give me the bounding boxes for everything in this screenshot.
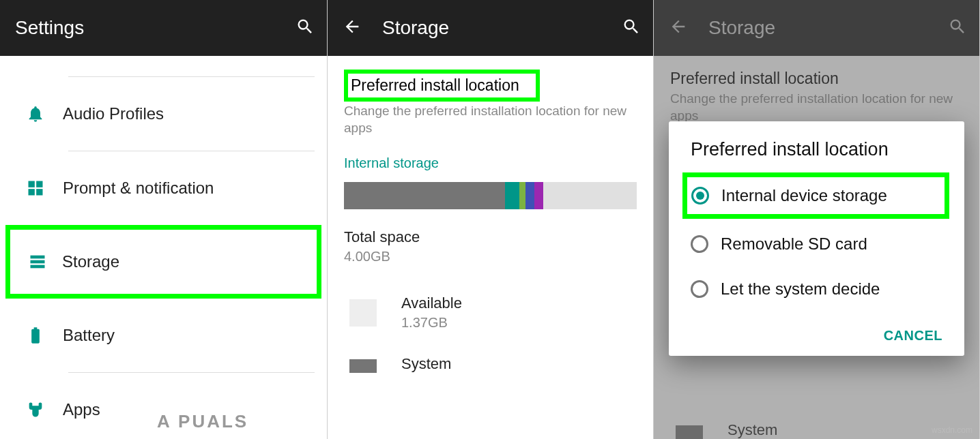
bell-icon: [15, 104, 56, 123]
radio-icon: [691, 280, 708, 298]
total-space-label: Total space: [344, 228, 637, 246]
back-icon[interactable]: [343, 17, 362, 39]
list-item-label: Battery: [63, 326, 115, 345]
storage-pane: Storage Preferred install location Chang…: [328, 0, 654, 439]
highlight-storage: Storage: [5, 225, 321, 299]
highlight-preferred-install: Preferred install location: [344, 70, 540, 102]
preferred-install-subtitle: Change the preferred installation locati…: [344, 103, 637, 136]
settings-list: Audio Profiles Prompt & notification Sto…: [0, 56, 327, 439]
radio-removable-sd-card[interactable]: Removable SD card: [691, 222, 949, 267]
bar-seg-green: [519, 182, 525, 209]
bar-seg-purple: [534, 182, 543, 209]
storage-icon: [20, 252, 55, 271]
list-item-prompt-notification[interactable]: Prompt & notification: [0, 151, 327, 225]
battery-icon: [15, 326, 56, 345]
radio-label: Removable SD card: [721, 234, 867, 254]
apps-icon: [15, 400, 56, 419]
list-item-label: Storage: [62, 252, 119, 271]
dialog-actions: CANCEL: [691, 312, 949, 344]
system-swatch: [349, 359, 377, 373]
list-item-label: Apps: [63, 400, 100, 419]
list-item-battery[interactable]: Battery: [0, 299, 327, 372]
radio-icon: [691, 187, 709, 205]
total-space-row[interactable]: Total space 4.00GB: [344, 228, 637, 264]
list-item-audio-profiles[interactable]: Audio Profiles: [0, 77, 327, 151]
svg-rect-2: [29, 189, 35, 195]
appbar-settings: Settings: [0, 0, 327, 56]
page-title-storage: Storage: [382, 17, 622, 39]
radio-label: Let the system decide: [721, 279, 880, 299]
preferred-install-dialog: Preferred install location Internal devi…: [669, 121, 964, 356]
available-swatch: [349, 299, 377, 327]
svg-rect-1: [36, 181, 42, 187]
preferred-install-title[interactable]: Preferred install location: [351, 76, 519, 95]
svg-rect-0: [29, 181, 35, 187]
settings-pane: Settings Audio Profiles Prompt & notific…: [0, 0, 328, 439]
system-row[interactable]: System: [344, 331, 637, 373]
storage-usage-bar: [344, 182, 637, 209]
page-title-settings: Settings: [15, 17, 296, 39]
storage-content: Preferred install location Change the pr…: [328, 56, 653, 373]
list-item-label: Prompt & notification: [63, 179, 214, 198]
appuals-logo: A PUALS: [157, 411, 248, 432]
watermark: wsxdn.com: [932, 425, 972, 435]
svg-rect-4: [31, 256, 45, 259]
radio-internal-device-storage[interactable]: Internal device storage: [691, 177, 945, 214]
radio-icon: [691, 235, 708, 253]
available-row[interactable]: Available 1.37GB: [344, 281, 637, 331]
internal-storage-header: Internal storage: [344, 155, 637, 171]
svg-rect-6: [31, 265, 45, 269]
storage-dialog-pane: Storage Preferred install location Chang…: [654, 0, 980, 439]
bar-seg-free: [543, 182, 637, 209]
bar-seg-used: [344, 182, 505, 209]
svg-rect-3: [36, 189, 42, 195]
radio-label: Internal device storage: [721, 186, 887, 205]
bar-seg-teal: [505, 182, 519, 209]
appbar-storage: Storage: [328, 0, 653, 56]
cancel-button[interactable]: CANCEL: [884, 328, 942, 343]
dialog-title: Preferred install location: [691, 139, 949, 160]
available-label: Available: [401, 294, 462, 312]
search-icon[interactable]: [296, 17, 315, 39]
total-space-value: 4.00GB: [344, 249, 637, 264]
prompt-icon: [15, 179, 56, 198]
bar-seg-blue: [525, 182, 534, 209]
radio-let-system-decide[interactable]: Let the system decide: [691, 267, 949, 312]
system-label: System: [401, 355, 451, 373]
highlight-internal-device: Internal device storage: [682, 172, 949, 219]
list-item-label: Audio Profiles: [63, 104, 164, 123]
svg-rect-5: [31, 260, 45, 264]
list-item-storage[interactable]: Storage: [10, 230, 317, 294]
available-value: 1.37GB: [401, 315, 462, 331]
search-icon[interactable]: [622, 17, 641, 39]
